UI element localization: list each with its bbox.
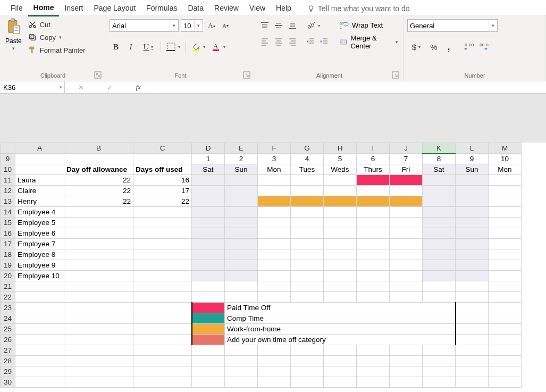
increase-decimal-button[interactable]: .0.00 xyxy=(463,40,475,53)
legend-label[interactable]: Paid Time Off xyxy=(225,303,456,313)
cell[interactable] xyxy=(390,377,423,388)
cell[interactable] xyxy=(225,356,258,366)
cell[interactable] xyxy=(423,271,456,281)
cell[interactable] xyxy=(357,345,390,356)
cell[interactable] xyxy=(133,335,192,345)
tab-home[interactable]: Home xyxy=(28,1,60,16)
cell[interactable]: Employee 4 xyxy=(15,207,64,218)
align-right-button[interactable] xyxy=(286,35,299,48)
cell[interactable] xyxy=(192,292,225,303)
cell[interactable] xyxy=(64,324,133,335)
cell[interactable]: Mon xyxy=(489,164,522,175)
col-header-F[interactable]: F xyxy=(258,143,291,154)
cell[interactable] xyxy=(258,292,291,303)
number-format-combo[interactable]: ▾ xyxy=(407,19,498,32)
increase-indent-button[interactable] xyxy=(318,35,331,48)
cell[interactable] xyxy=(133,292,192,303)
col-header-L[interactable]: L xyxy=(456,143,489,154)
cell[interactable] xyxy=(258,271,291,281)
cell[interactable]: 9 xyxy=(456,154,489,164)
font-size-combo[interactable]: ▾ xyxy=(181,19,203,32)
align-center-button[interactable] xyxy=(272,35,285,48)
cell[interactable] xyxy=(64,377,133,388)
row-header-29[interactable]: 29 xyxy=(1,366,15,377)
cell[interactable]: Employee 5 xyxy=(15,218,64,228)
cell[interactable] xyxy=(15,356,64,366)
cell[interactable]: Laura xyxy=(15,175,64,186)
cell[interactable] xyxy=(64,303,133,313)
cell[interactable] xyxy=(324,218,357,228)
cell[interactable] xyxy=(192,281,225,292)
cell[interactable] xyxy=(423,366,456,377)
cell[interactable] xyxy=(489,356,522,366)
cell[interactable] xyxy=(489,345,522,356)
dialog-launcher-icon[interactable] xyxy=(243,71,250,79)
cell[interactable] xyxy=(291,175,324,186)
cell[interactable]: Sun xyxy=(225,164,258,175)
cell[interactable] xyxy=(192,239,225,249)
cell[interactable] xyxy=(489,313,522,324)
cell[interactable]: Fri xyxy=(390,164,423,175)
cell[interactable] xyxy=(489,281,522,292)
cell[interactable]: 22 xyxy=(64,186,133,196)
select-all-corner[interactable] xyxy=(1,143,15,154)
row-header-23[interactable]: 23 xyxy=(1,303,15,313)
row-header-20[interactable]: 20 xyxy=(1,271,15,281)
tell-me-search[interactable]: Tell me what you want to do xyxy=(307,4,410,13)
cell[interactable] xyxy=(456,356,489,366)
cell[interactable]: 22 xyxy=(133,196,192,207)
cell[interactable] xyxy=(390,239,423,249)
cell[interactable] xyxy=(291,239,324,249)
cell[interactable]: Employee 6 xyxy=(15,228,64,239)
cell[interactable] xyxy=(390,228,423,239)
row-header-13[interactable]: 13 xyxy=(1,196,15,207)
cell[interactable] xyxy=(390,271,423,281)
legend-swatch[interactable] xyxy=(192,335,225,345)
increase-font-button[interactable]: A▴ xyxy=(205,19,218,32)
cell[interactable] xyxy=(291,260,324,271)
cell[interactable] xyxy=(456,303,489,313)
col-header-H[interactable]: H xyxy=(324,143,357,154)
cell[interactable] xyxy=(456,260,489,271)
cell[interactable] xyxy=(324,207,357,218)
cell[interactable] xyxy=(456,377,489,388)
cell[interactable] xyxy=(64,239,133,249)
cell[interactable] xyxy=(324,186,357,196)
cell[interactable] xyxy=(390,175,423,186)
cell[interactable] xyxy=(258,228,291,239)
cell[interactable]: Henry xyxy=(15,196,64,207)
cell[interactable] xyxy=(291,281,324,292)
cell[interactable] xyxy=(225,186,258,196)
col-header-E[interactable]: E xyxy=(225,143,258,154)
cut-button[interactable]: Cut xyxy=(26,19,88,30)
cell[interactable] xyxy=(192,228,225,239)
cell[interactable] xyxy=(423,239,456,249)
cell[interactable] xyxy=(489,239,522,249)
cell[interactable] xyxy=(64,271,133,281)
cell[interactable]: 3 xyxy=(258,154,291,164)
cell[interactable] xyxy=(15,366,64,377)
cell[interactable]: Employee 8 xyxy=(15,249,64,260)
cell[interactable] xyxy=(357,377,390,388)
insert-function-button[interactable]: fx xyxy=(131,83,146,91)
cell[interactable] xyxy=(225,218,258,228)
cell[interactable] xyxy=(357,207,390,218)
wrap-text-button[interactable]: abc Wrap Text xyxy=(337,19,400,31)
cell[interactable] xyxy=(192,345,225,356)
cell[interactable] xyxy=(192,196,225,207)
italic-button[interactable]: I xyxy=(124,40,137,53)
cell[interactable] xyxy=(423,260,456,271)
legend-swatch[interactable] xyxy=(192,303,225,313)
font-color-button[interactable]: A ▾ xyxy=(209,40,228,53)
cell[interactable] xyxy=(291,186,324,196)
cell[interactable] xyxy=(133,207,192,218)
col-header-K[interactable]: K xyxy=(423,143,456,154)
cell[interactable] xyxy=(192,175,225,186)
fill-color-button[interactable]: ▾ xyxy=(189,40,207,53)
cell[interactable] xyxy=(225,281,258,292)
cell[interactable] xyxy=(258,175,291,186)
cell[interactable] xyxy=(64,207,133,218)
cell[interactable] xyxy=(225,260,258,271)
tab-view[interactable]: View xyxy=(244,2,271,15)
row-header-9[interactable]: 9 xyxy=(1,154,15,164)
